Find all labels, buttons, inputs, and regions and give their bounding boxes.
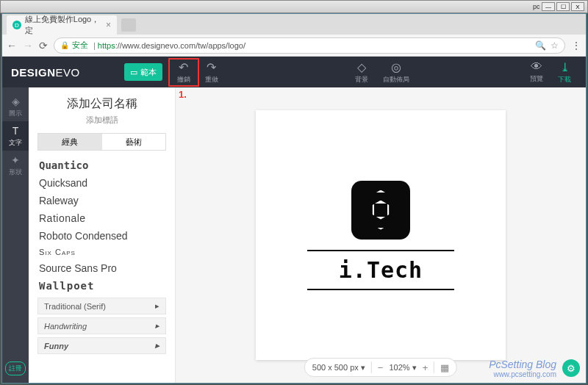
hexagon-inner-icon: [371, 201, 390, 220]
layout-button[interactable]: ◎ 自動佈局: [377, 60, 415, 84]
redo-icon: ↷: [207, 60, 216, 74]
background-icon: ◇: [357, 60, 366, 74]
font-tab-art[interactable]: 藝術: [102, 134, 166, 150]
sidetab-shape[interactable]: ✦ 形狀: [2, 151, 29, 180]
font-item[interactable]: Quantico: [37, 156, 166, 174]
canvas-size-dropdown[interactable]: 500 x 500 px ▾: [312, 363, 365, 373]
settings-button[interactable]: ⚙: [562, 359, 580, 377]
redo-label: 重做: [205, 75, 218, 84]
browser-tab[interactable]: D 線上免費製作Logo，定 ×: [7, 15, 117, 35]
canvas-size-label: 500 x 500 px: [312, 363, 359, 372]
chevron-right-icon: ▸: [155, 321, 159, 331]
font-category-handwriting[interactable]: Handwriting ▸: [37, 317, 166, 334]
forward-button[interactable]: →: [23, 40, 33, 51]
app-body: ◈ 圖示 T 文字 ✦ 形狀 註冊 添加公司名稱 添加標語 經典 藝術: [2, 87, 586, 383]
side-tabs: ◈ 圖示 T 文字 ✦ 形狀 註冊: [2, 87, 29, 383]
template-icon: ▭: [130, 68, 137, 77]
back-button[interactable]: ←: [7, 40, 17, 51]
company-name-input[interactable]: 添加公司名稱: [37, 96, 166, 112]
font-list: Quantico Quicksand Raleway Rationale Rob…: [37, 156, 166, 377]
gear-icon: ⚙: [567, 363, 576, 374]
background-label: 背景: [355, 75, 368, 84]
browser-toolbar: ← → ⟳ 🔒 安全 | https ://www.designevo.com/…: [2, 35, 586, 57]
text-icon: T: [12, 125, 19, 137]
sidetab-icon-label: 圖示: [9, 109, 22, 118]
font-item[interactable]: Six Caps: [37, 245, 166, 259]
undo-icon: ↶: [179, 60, 188, 74]
reload-button[interactable]: ⟳: [39, 40, 48, 51]
sidetab-text-label: 文字: [9, 138, 22, 148]
titlebar-label: pc: [533, 3, 540, 10]
favicon-icon: D: [12, 21, 21, 29]
sidetab-shape-label: 形狀: [9, 168, 22, 177]
sidetab-icon[interactable]: ◈ 圖示: [2, 92, 29, 121]
font-item[interactable]: Wallpoet: [37, 277, 166, 295]
canvas-area: 1. i.Tech 500 x 500 px ▾ − 102% ▾: [176, 87, 586, 383]
redo-button[interactable]: ↷ 重做: [199, 60, 224, 84]
slogan-input[interactable]: 添加標語: [37, 115, 166, 126]
zoom-in-button[interactable]: +: [423, 362, 429, 373]
font-item[interactable]: Quicksand: [37, 174, 166, 192]
search-icon[interactable]: 🔍: [535, 40, 546, 51]
eye-icon: 👁: [531, 60, 542, 73]
template-label: 範本: [140, 67, 157, 78]
design-canvas[interactable]: i.Tech: [256, 110, 506, 360]
font-category-serif[interactable]: Traditional (Serif) ▸: [37, 298, 166, 314]
brand-design: DESIGN: [11, 66, 56, 79]
url-rest: ://www.designevo.com/tw/apps/logo/: [115, 41, 245, 50]
address-bar[interactable]: 🔒 安全 | https ://www.designevo.com/tw/app…: [54, 37, 565, 54]
hexagon-outer-icon: [361, 190, 401, 230]
browser-window: D 線上免費製作Logo，定 × ← → ⟳ 🔒 安全 | https ://w…: [1, 13, 587, 384]
download-button[interactable]: ⤓ 下載: [552, 60, 577, 84]
preview-label: 預覽: [530, 74, 543, 84]
logo-divider-top[interactable]: [307, 250, 454, 251]
undo-button[interactable]: ↶ 撤銷: [171, 60, 196, 84]
layout-label: 自動佈局: [383, 75, 409, 84]
layout-icon: ◎: [391, 60, 401, 74]
window-close-button[interactable]: X: [571, 2, 584, 11]
font-tab-classic[interactable]: 經典: [38, 134, 102, 150]
menu-icon[interactable]: ⋮: [571, 40, 581, 51]
browser-tabbar: D 線上免費製作Logo，定 ×: [2, 14, 586, 35]
download-label: 下載: [558, 75, 571, 84]
shape-icon: ✦: [11, 154, 20, 166]
lock-icon: 🔒: [60, 41, 69, 49]
font-category-label: Funny: [44, 342, 68, 350]
chevron-right-icon: ▸: [155, 301, 159, 311]
diamond-icon: ◈: [12, 96, 20, 107]
url-https: https: [98, 41, 115, 50]
new-tab-button[interactable]: [121, 18, 136, 32]
divider: [371, 361, 372, 373]
app-root: DESIGNEVO ▭ 範本 ↶ 撤銷 ↷ 重做 ◇ 背景: [2, 57, 586, 383]
logo-text[interactable]: i.Tech: [339, 257, 423, 283]
logo-divider-bottom[interactable]: [307, 289, 454, 290]
logo-mark[interactable]: [351, 181, 410, 240]
brand-evo: EVO: [56, 66, 80, 79]
sidetab-text[interactable]: T 文字: [2, 121, 29, 151]
download-icon: ⤓: [560, 60, 570, 74]
font-item[interactable]: Roboto Condensed: [37, 227, 166, 245]
fit-screen-button[interactable]: ▦: [440, 362, 449, 373]
font-category-label: Traditional (Serif): [44, 302, 106, 311]
zoom-out-button[interactable]: −: [378, 362, 384, 373]
zoom-bar: 500 x 500 px ▾ − 102% ▾ + ▦: [304, 358, 457, 377]
zoom-level-label: 102%: [389, 363, 409, 372]
tab-close-icon[interactable]: ×: [106, 20, 111, 30]
font-category-funny[interactable]: Funny ▸: [37, 337, 166, 354]
font-item[interactable]: Rationale: [37, 209, 166, 227]
template-button[interactable]: ▭ 範本: [124, 63, 162, 81]
font-tabs: 經典 藝術: [37, 133, 166, 151]
font-item[interactable]: Source Sans Pro: [37, 259, 166, 277]
window-maximize-button[interactable]: ☐: [556, 2, 570, 11]
window-minimize-button[interactable]: —: [542, 2, 555, 11]
register-button[interactable]: 註冊: [5, 361, 26, 375]
font-item[interactable]: Raleway: [37, 192, 166, 209]
background-button[interactable]: ◇ 背景: [349, 60, 374, 84]
watermark-url: www.pcsetting.com: [489, 370, 556, 378]
zoom-level-dropdown[interactable]: 102% ▾: [389, 363, 416, 373]
watermark-title: PcSetting Blog: [489, 359, 556, 370]
star-icon[interactable]: ☆: [551, 40, 559, 51]
left-panel: 添加公司名稱 添加標語 經典 藝術 Quantico Quicksand Ral…: [29, 87, 176, 383]
preview-button[interactable]: 👁 預覽: [524, 60, 549, 84]
os-titlebar: pc — ☐ X: [0, 0, 588, 13]
